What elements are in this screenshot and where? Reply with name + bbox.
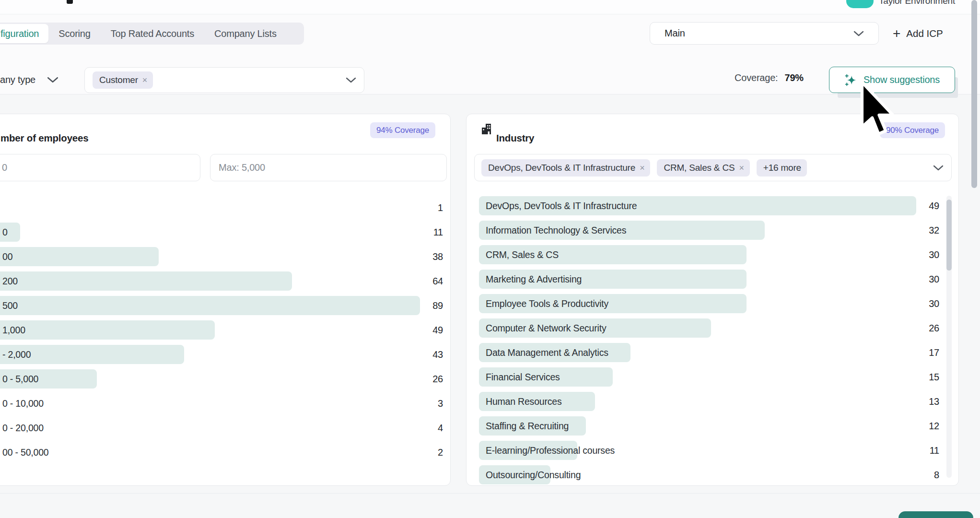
- page: Taylor Environment figuration Scoring To…: [0, 0, 980, 518]
- bar-count: 11: [433, 223, 443, 242]
- chip-label: Customer: [99, 75, 138, 85]
- show-suggestions-button[interactable]: Show suggestions: [829, 67, 955, 93]
- industry-row: Financial Services15: [479, 367, 939, 387]
- bar-label: 0: [2, 223, 8, 242]
- account-name[interactable]: Taylor Environment: [879, 0, 955, 6]
- coverage-badge: 90% Coverage: [880, 122, 945, 138]
- add-icp-label: Add ICP: [906, 28, 943, 39]
- bar-label: 00: [2, 247, 12, 266]
- employee-range-row: 1: [0, 198, 443, 217]
- building-icon: [481, 122, 492, 135]
- industry-chip[interactable]: DevOps, DevTools & IT Infrastructure ×: [481, 159, 650, 177]
- more-chips-chip[interactable]: +16 more: [757, 159, 807, 177]
- bar-count: 11: [930, 441, 939, 460]
- bar-count: 26: [929, 318, 939, 338]
- chip-label: +16 more: [763, 163, 801, 173]
- chip-label: DevOps, DevTools & IT Infrastructure: [488, 163, 635, 173]
- bar-label: Outsourcing/Consulting: [486, 465, 581, 484]
- remove-chip-icon[interactable]: ×: [142, 76, 147, 84]
- industry-row: DevOps, DevTools & IT Infrastructure49: [479, 196, 939, 215]
- section-divider: [0, 493, 980, 494]
- sparkle-icon: [844, 73, 858, 87]
- bar-label: 0 - 10,000: [2, 394, 44, 413]
- bar-count: 89: [432, 296, 443, 315]
- tab-label: Top Rated Accounts: [111, 28, 194, 39]
- bar-label: CRM, Sales & CS: [486, 245, 559, 264]
- coverage-readout: Coverage: 79%: [735, 72, 804, 83]
- workspace-avatar[interactable]: [846, 0, 874, 8]
- bar-count: 30: [929, 270, 939, 289]
- tab-configuration[interactable]: figuration: [0, 24, 48, 43]
- bar-count: 1: [438, 198, 443, 217]
- tab-label: Company Lists: [214, 28, 277, 39]
- min-input-value: 0: [2, 154, 7, 181]
- bar-label: 500: [2, 296, 18, 315]
- coverage-label: Coverage:: [735, 72, 778, 83]
- remove-chip-icon[interactable]: ×: [640, 164, 644, 172]
- plus-icon: +: [893, 27, 900, 40]
- min-employees-input[interactable]: 0: [0, 154, 200, 181]
- bar-count: 3: [438, 394, 443, 413]
- industry-panel: Industry 90% Coverage DevOps, DevTools &…: [466, 114, 959, 486]
- employee-range-row: 1,00049: [0, 320, 443, 340]
- industry-chip[interactable]: CRM, Sales & CS ×: [657, 159, 749, 177]
- industry-row: Employee Tools & Productivity30: [479, 294, 939, 313]
- customer-chip[interactable]: Customer ×: [93, 71, 153, 89]
- industry-select[interactable]: DevOps, DevTools & IT Infrastructure × C…: [474, 154, 952, 181]
- employee-range-row: 0 - 20,0004: [0, 418, 443, 437]
- bar-label: 0 - 5,000: [2, 369, 38, 388]
- bar-label: Staffing & Recruiting: [486, 416, 569, 436]
- coverage-value: 79%: [784, 72, 803, 83]
- industry-panel-title: Industry: [496, 132, 534, 144]
- icp-select[interactable]: Main: [650, 22, 879, 45]
- tab-scoring[interactable]: Scoring: [48, 24, 100, 43]
- company-type-dropdown[interactable]: any type: [0, 66, 58, 94]
- tab-company-lists[interactable]: Company Lists: [204, 24, 287, 43]
- employees-chart: 1011003820064500891,00049- 2,000430 - 5,…: [0, 198, 443, 467]
- add-icp-button[interactable]: + Add ICP: [890, 24, 946, 43]
- company-type-label: any type: [0, 74, 35, 85]
- tab-bar: figuration Scoring Top Rated Accounts Co…: [0, 23, 304, 45]
- bar-count: 38: [432, 247, 443, 266]
- remove-chip-icon[interactable]: ×: [739, 164, 744, 172]
- chevron-down-icon: [933, 165, 944, 171]
- panel-scrollbar-thumb[interactable]: [946, 200, 952, 271]
- max-input-value: Max: 5,000: [219, 154, 265, 181]
- top-strip: Taylor Environment: [0, 0, 980, 14]
- bottom-action-button[interactable]: [898, 511, 973, 518]
- employee-range-row: 50089: [0, 296, 443, 315]
- bar-label: Human Resources: [486, 392, 562, 411]
- bar-count: 12: [929, 416, 939, 436]
- employees-panel-title: mber of employees: [0, 132, 88, 144]
- bar-label: Computer & Network Security: [486, 318, 606, 338]
- industry-row: E-learning/Professional courses11: [479, 441, 939, 460]
- industry-row: Computer & Network Security26: [479, 318, 939, 338]
- employee-range-row: 0 - 10,0003: [0, 394, 443, 413]
- chip-label: CRM, Sales & CS: [664, 163, 735, 173]
- chevron-down-icon: [346, 77, 356, 83]
- bar-count: 49: [929, 196, 939, 215]
- bar-label: DevOps, DevTools & IT Infrastructure: [486, 196, 637, 215]
- bar: [0, 320, 215, 340]
- employee-range-row: 0 - 5,00026: [0, 369, 443, 388]
- chevron-down-icon: [853, 31, 864, 36]
- employee-range-row: 20064: [0, 271, 443, 291]
- bar-count: 32: [929, 221, 939, 240]
- bar-label: Financial Services: [486, 367, 560, 387]
- industry-row: Marketing & Advertising30: [479, 270, 939, 289]
- industry-row: CRM, Sales & CS30: [479, 245, 939, 264]
- tab-top-rated-accounts[interactable]: Top Rated Accounts: [101, 24, 204, 43]
- bar-label: 00 - 50,000: [2, 443, 48, 462]
- max-employees-input[interactable]: Max: 5,000: [210, 154, 447, 181]
- bar-count: 43: [432, 345, 443, 364]
- page-scrollbar-thumb[interactable]: [971, 0, 977, 188]
- bar-label: Data Management & Analytics: [486, 343, 608, 362]
- bar-label: E-learning/Professional courses: [486, 441, 615, 460]
- employees-panel: mber of employees 94% Coverage 0 Max: 5,…: [0, 114, 451, 486]
- bar-count: 30: [929, 245, 939, 264]
- industry-row: Outsourcing/Consulting8: [479, 465, 939, 484]
- bar-label: Information Technology & Services: [486, 221, 626, 240]
- company-list-select[interactable]: Customer ×: [84, 67, 364, 93]
- bar-label: - 2,000: [2, 345, 31, 364]
- bar-count: 30: [929, 294, 939, 313]
